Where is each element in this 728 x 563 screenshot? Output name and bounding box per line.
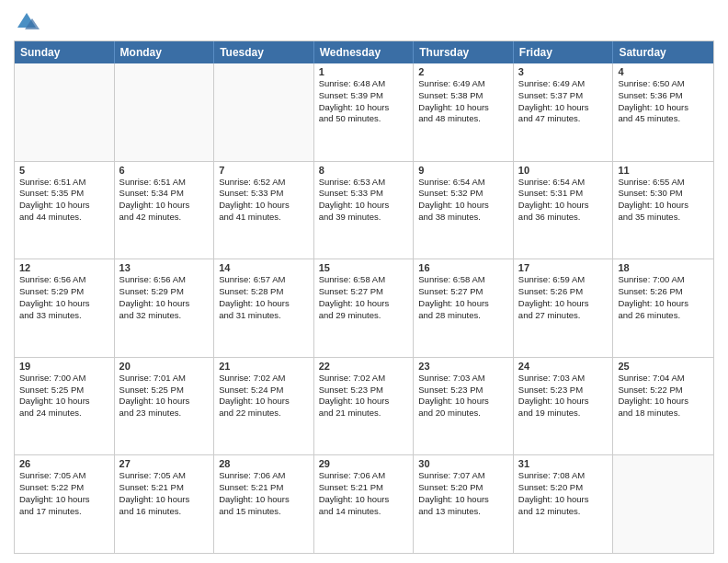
day-info: Sunrise: 6:52 AMSunset: 5:33 PMDaylight:… — [219, 177, 309, 224]
day-info: Sunrise: 7:06 AMSunset: 5:21 PMDaylight:… — [219, 470, 309, 517]
day-number: 1 — [319, 66, 409, 77]
day-cell-9: 9Sunrise: 6:54 AMSunset: 5:32 PMDaylight… — [414, 162, 514, 259]
day-cell-4: 4Sunrise: 6:50 AMSunset: 5:36 PMDaylight… — [613, 63, 713, 161]
day-info: Sunrise: 6:54 AMSunset: 5:31 PMDaylight:… — [518, 177, 609, 224]
day-info: Sunrise: 6:58 AMSunset: 5:27 PMDaylight:… — [418, 274, 508, 321]
day-number: 7 — [219, 165, 309, 176]
day-number: 21 — [219, 361, 309, 372]
day-info: Sunrise: 7:08 AMSunset: 5:20 PMDaylight:… — [518, 470, 609, 517]
day-cell-17: 17Sunrise: 6:59 AMSunset: 5:26 PMDayligh… — [514, 259, 614, 357]
day-cell-2: 2Sunrise: 6:49 AMSunset: 5:38 PMDaylight… — [414, 63, 514, 161]
calendar-row-2: 12Sunrise: 6:56 AMSunset: 5:29 PMDayligh… — [15, 259, 713, 357]
day-number: 31 — [518, 458, 609, 469]
day-cell-22: 22Sunrise: 7:02 AMSunset: 5:23 PMDayligh… — [314, 358, 415, 455]
day-cell-13: 13Sunrise: 6:56 AMSunset: 5:29 PMDayligh… — [115, 259, 215, 357]
day-info: Sunrise: 7:05 AMSunset: 5:21 PMDaylight:… — [119, 470, 210, 517]
day-cell-24: 24Sunrise: 7:03 AMSunset: 5:23 PMDayligh… — [514, 358, 614, 455]
day-cell-16: 16Sunrise: 6:58 AMSunset: 5:27 PMDayligh… — [414, 259, 514, 357]
day-cell-18: 18Sunrise: 7:00 AMSunset: 5:26 PMDayligh… — [613, 259, 713, 357]
calendar-row-0: 1Sunrise: 6:48 AMSunset: 5:39 PMDaylight… — [15, 63, 713, 161]
day-info: Sunrise: 7:06 AMSunset: 5:21 PMDaylight:… — [319, 470, 409, 517]
day-number: 30 — [418, 458, 508, 469]
day-cell-8: 8Sunrise: 6:53 AMSunset: 5:33 PMDaylight… — [314, 162, 415, 259]
day-number: 8 — [319, 165, 409, 176]
day-info: Sunrise: 7:02 AMSunset: 5:23 PMDaylight:… — [319, 373, 409, 419]
header-day-monday: Monday — [115, 41, 215, 63]
day-number: 28 — [219, 458, 309, 469]
day-cell-15: 15Sunrise: 6:58 AMSunset: 5:27 PMDayligh… — [314, 259, 415, 357]
empty-cell — [214, 63, 314, 161]
day-cell-11: 11Sunrise: 6:55 AMSunset: 5:30 PMDayligh… — [613, 162, 713, 259]
day-info: Sunrise: 6:58 AMSunset: 5:27 PMDaylight:… — [319, 274, 409, 321]
day-info: Sunrise: 7:03 AMSunset: 5:23 PMDaylight:… — [518, 373, 609, 419]
empty-cell — [115, 63, 215, 161]
header-day-saturday: Saturday — [613, 41, 713, 63]
day-number: 10 — [518, 165, 609, 176]
day-number: 17 — [518, 262, 609, 273]
day-cell-27: 27Sunrise: 7:05 AMSunset: 5:21 PMDayligh… — [115, 455, 215, 553]
day-info: Sunrise: 7:00 AMSunset: 5:25 PMDaylight:… — [19, 373, 109, 419]
empty-cell — [15, 63, 115, 161]
day-cell-31: 31Sunrise: 7:08 AMSunset: 5:20 PMDayligh… — [514, 455, 614, 553]
day-info: Sunrise: 6:59 AMSunset: 5:26 PMDaylight:… — [518, 274, 609, 321]
day-cell-3: 3Sunrise: 6:49 AMSunset: 5:37 PMDaylight… — [514, 63, 614, 161]
day-info: Sunrise: 7:01 AMSunset: 5:25 PMDaylight:… — [119, 373, 210, 419]
calendar-row-4: 26Sunrise: 7:05 AMSunset: 5:22 PMDayligh… — [15, 454, 713, 553]
day-number: 4 — [618, 66, 709, 77]
day-info: Sunrise: 6:51 AMSunset: 5:35 PMDaylight:… — [19, 177, 109, 224]
day-cell-5: 5Sunrise: 6:51 AMSunset: 5:35 PMDaylight… — [15, 162, 115, 259]
day-info: Sunrise: 7:05 AMSunset: 5:22 PMDaylight:… — [19, 470, 109, 517]
day-info: Sunrise: 6:55 AMSunset: 5:30 PMDaylight:… — [618, 177, 709, 224]
day-number: 6 — [119, 165, 210, 176]
day-number: 20 — [119, 361, 210, 372]
day-number: 19 — [19, 361, 109, 372]
day-cell-25: 25Sunrise: 7:04 AMSunset: 5:22 PMDayligh… — [613, 358, 713, 455]
day-info: Sunrise: 6:53 AMSunset: 5:33 PMDaylight:… — [319, 177, 409, 224]
day-cell-7: 7Sunrise: 6:52 AMSunset: 5:33 PMDaylight… — [214, 162, 314, 259]
day-number: 3 — [518, 66, 609, 77]
calendar-row-1: 5Sunrise: 6:51 AMSunset: 5:35 PMDaylight… — [15, 161, 713, 259]
logo — [14, 9, 43, 35]
day-number: 27 — [119, 458, 210, 469]
day-cell-10: 10Sunrise: 6:54 AMSunset: 5:31 PMDayligh… — [514, 162, 614, 259]
header-day-sunday: Sunday — [15, 41, 115, 63]
day-info: Sunrise: 7:00 AMSunset: 5:26 PMDaylight:… — [618, 274, 709, 321]
day-cell-12: 12Sunrise: 6:56 AMSunset: 5:29 PMDayligh… — [15, 259, 115, 357]
logo-icon — [14, 9, 40, 35]
day-number: 2 — [418, 66, 508, 77]
day-number: 26 — [19, 458, 109, 469]
day-number: 9 — [418, 165, 508, 176]
day-info: Sunrise: 7:03 AMSunset: 5:23 PMDaylight:… — [418, 373, 508, 419]
calendar-row-3: 19Sunrise: 7:00 AMSunset: 5:25 PMDayligh… — [15, 357, 713, 455]
day-number: 14 — [219, 262, 309, 273]
header-day-wednesday: Wednesday — [314, 41, 415, 63]
day-cell-30: 30Sunrise: 7:07 AMSunset: 5:20 PMDayligh… — [414, 455, 514, 553]
day-info: Sunrise: 7:02 AMSunset: 5:24 PMDaylight:… — [219, 373, 309, 419]
header-day-friday: Friday — [514, 41, 614, 63]
day-number: 29 — [319, 458, 409, 469]
day-number: 18 — [618, 262, 709, 273]
day-number: 15 — [319, 262, 409, 273]
header-day-tuesday: Tuesday — [214, 41, 314, 63]
day-number: 11 — [618, 165, 709, 176]
day-info: Sunrise: 6:54 AMSunset: 5:32 PMDaylight:… — [418, 177, 508, 224]
day-number: 23 — [418, 361, 508, 372]
calendar-header: SundayMondayTuesdayWednesdayThursdayFrid… — [15, 41, 713, 63]
header-day-thursday: Thursday — [414, 41, 514, 63]
day-cell-6: 6Sunrise: 6:51 AMSunset: 5:34 PMDaylight… — [115, 162, 215, 259]
day-info: Sunrise: 6:56 AMSunset: 5:29 PMDaylight:… — [19, 274, 109, 321]
day-info: Sunrise: 6:56 AMSunset: 5:29 PMDaylight:… — [119, 274, 210, 321]
day-cell-26: 26Sunrise: 7:05 AMSunset: 5:22 PMDayligh… — [15, 455, 115, 553]
day-number: 22 — [319, 361, 409, 372]
day-number: 12 — [19, 262, 109, 273]
day-cell-14: 14Sunrise: 6:57 AMSunset: 5:28 PMDayligh… — [214, 259, 314, 357]
day-cell-23: 23Sunrise: 7:03 AMSunset: 5:23 PMDayligh… — [414, 358, 514, 455]
day-number: 13 — [119, 262, 210, 273]
day-cell-29: 29Sunrise: 7:06 AMSunset: 5:21 PMDayligh… — [314, 455, 415, 553]
day-info: Sunrise: 6:51 AMSunset: 5:34 PMDaylight:… — [119, 177, 210, 224]
day-cell-19: 19Sunrise: 7:00 AMSunset: 5:25 PMDayligh… — [15, 358, 115, 455]
day-cell-21: 21Sunrise: 7:02 AMSunset: 5:24 PMDayligh… — [214, 358, 314, 455]
calendar: SundayMondayTuesdayWednesdayThursdayFrid… — [14, 40, 714, 554]
header — [14, 9, 714, 35]
day-info: Sunrise: 6:49 AMSunset: 5:38 PMDaylight:… — [418, 78, 508, 125]
